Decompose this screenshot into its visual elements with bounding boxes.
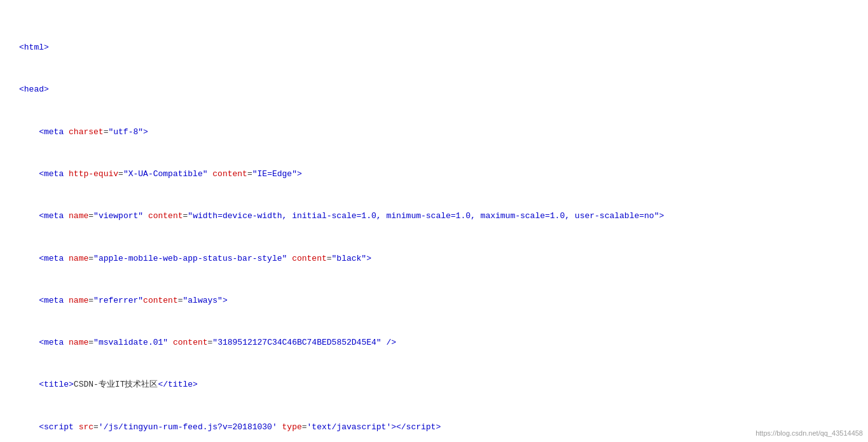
line-8: <meta name="msvalidate.01" content="3189… [19, 336, 849, 350]
line-5: <meta name="viewport" content="width=dev… [19, 209, 849, 223]
line-9: <title>CSDN-专业IT技术社区</title> [19, 378, 849, 392]
watermark: https://blog.csdn.net/qq_43514458 [755, 429, 863, 437]
line-1: <html> [19, 41, 849, 55]
line-3: <meta charset="utf-8"> [19, 125, 849, 139]
code-viewer: <html> <head> <meta charset="utf-8"> <me… [19, 13, 849, 442]
line-10: <script src='/js/tingyun-rum-feed.js?v=2… [19, 420, 849, 434]
line-7: <meta name="referrer"content="always"> [19, 294, 849, 308]
line-4: <meta http-equiv="X-UA-Compatible" conte… [19, 167, 849, 181]
line-6: <meta name="apple-mobile-web-app-status-… [19, 252, 849, 266]
line-2: <head> [19, 83, 849, 97]
